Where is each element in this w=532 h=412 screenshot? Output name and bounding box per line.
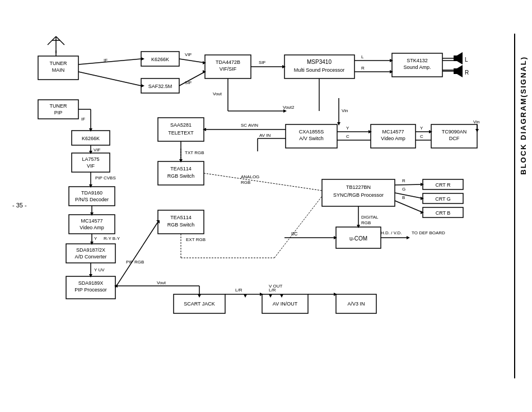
svg-text:L/R: L/R (235, 288, 242, 293)
svg-text:SIF: SIF (259, 60, 266, 65)
svg-text:G: G (402, 187, 405, 192)
block-diagram-svg: TUNER MAIN TUNER PIP K6266K SAF32.5M TDA… (0, 0, 521, 404)
svg-text:TEA5114: TEA5114 (170, 166, 192, 172)
svg-text:SDA9187/2X: SDA9187/2X (76, 247, 105, 253)
svg-text:Video Amp: Video Amp (381, 136, 405, 141)
svg-text:Y: Y (346, 126, 349, 131)
svg-text:VIF/SIF: VIF/SIF (220, 66, 237, 72)
svg-text:SYNC/RGB Processor: SYNC/RGB Processor (333, 192, 384, 198)
svg-text:A/D Converter: A/D Converter (74, 254, 106, 260)
svg-text:SC AVIN: SC AVIN (241, 123, 258, 128)
svg-marker-25 (457, 52, 463, 64)
svg-text:PIP RGB: PIP RGB (126, 260, 144, 265)
svg-line-87 (78, 72, 141, 86)
svg-text:TC9090AN: TC9090AN (442, 129, 467, 135)
svg-text:L: L (465, 57, 468, 63)
svg-text:CRT  R: CRT R (435, 182, 451, 188)
svg-text:C: C (346, 134, 349, 139)
svg-text:SIF: SIF (185, 80, 192, 85)
svg-text:MC14577: MC14577 (81, 218, 102, 224)
svg-text:PIP: PIP (54, 110, 63, 115)
svg-text:K6266K: K6266K (82, 136, 100, 141)
svg-line-184 (115, 222, 158, 288)
svg-line-157 (204, 173, 322, 191)
svg-rect-24 (454, 55, 457, 61)
svg-text:TUNER: TUNER (50, 61, 67, 66)
svg-text:TB1227BN: TB1227BN (346, 184, 371, 190)
svg-text:TO  DEF BOARD: TO DEF BOARD (412, 230, 445, 235)
svg-text:V OUT: V OUT (269, 284, 283, 289)
svg-text:TELETEXT: TELETEXT (168, 130, 194, 136)
svg-text:LA7575: LA7575 (82, 156, 99, 162)
svg-text:DIGITAL: DIGITAL (361, 215, 379, 220)
svg-text:A/V Switch: A/V Switch (299, 136, 324, 141)
svg-text:Video Amp: Video Amp (80, 225, 104, 230)
svg-text:C: C (420, 134, 423, 139)
svg-text:RGB Switch: RGB Switch (167, 173, 195, 179)
svg-text:DCF: DCF (449, 136, 460, 141)
svg-text:Vout: Vout (157, 280, 166, 285)
svg-text:RGB Switch: RGB Switch (167, 222, 195, 228)
svg-line-160 (395, 184, 423, 185)
svg-text:K6266K: K6266K (151, 57, 169, 62)
svg-text:TEA5114: TEA5114 (170, 215, 192, 220)
svg-text:RGB: RGB (361, 220, 371, 225)
svg-text:VIF: VIF (87, 163, 95, 169)
svg-text:R: R (465, 70, 469, 76)
svg-text:MAIN: MAIN (52, 67, 65, 73)
svg-text:VIF: VIF (94, 147, 101, 152)
svg-text:Vout: Vout (213, 91, 222, 96)
page: - 35 - BLOCK DIAGRAM(SIGNAL) TUNER MAIN … (0, 0, 532, 412)
svg-text:Vout2: Vout2 (283, 105, 295, 110)
svg-marker-113 (337, 122, 340, 126)
svg-text:PIP Processor: PIP Processor (74, 287, 106, 293)
svg-marker-177 (407, 236, 410, 239)
svg-marker-195 (244, 294, 247, 298)
side-border (514, 34, 515, 378)
svg-line-166 (395, 201, 423, 212)
svg-text:SDA9189X: SDA9189X (78, 280, 104, 286)
svg-text:IIC: IIC (291, 231, 298, 237)
svg-line-84 (78, 59, 141, 64)
svg-text:AV IN/OUT: AV IN/OUT (273, 301, 298, 307)
svg-text:B: B (402, 195, 405, 200)
svg-line-92 (179, 72, 205, 86)
svg-text:IF: IF (104, 58, 108, 63)
svg-text:R-Y  B-Y: R-Y B-Y (104, 236, 120, 241)
svg-text:Sound Amp.: Sound Amp. (403, 64, 431, 70)
svg-text:CXA1855S: CXA1855S (299, 129, 324, 135)
svg-text:H.D. / V.D.: H.D. / V.D. (381, 230, 402, 235)
svg-text:A/V3 IN: A/V3 IN (347, 301, 365, 307)
svg-text:TXT RGB: TXT RGB (185, 150, 204, 155)
svg-text:P/N/S Decoder: P/N/S Decoder (75, 197, 109, 202)
svg-text:TDA9160: TDA9160 (81, 190, 102, 196)
svg-text:IF: IF (81, 117, 85, 122)
svg-text:TUNER: TUNER (50, 103, 67, 109)
svg-text:CRT  B: CRT B (436, 210, 451, 216)
svg-text:EXT RGB: EXT RGB (186, 237, 206, 242)
svg-text:RGB: RGB (241, 180, 250, 185)
svg-text:Y: Y (420, 126, 423, 131)
svg-text:L: L (361, 54, 364, 59)
svg-line-183 (274, 196, 322, 258)
svg-text:TDA4472B: TDA4472B (216, 59, 240, 65)
svg-line-163 (395, 193, 423, 198)
svg-text:Y       UV: Y UV (94, 267, 105, 272)
svg-text:SAA5281: SAA5281 (170, 122, 192, 128)
svg-marker-29 (457, 65, 463, 77)
svg-text:R: R (402, 178, 405, 183)
svg-text:Vin: Vin (473, 119, 479, 124)
svg-text:SCART JACK: SCART JACK (184, 301, 215, 307)
svg-text:PIP CVBS: PIP CVBS (95, 175, 116, 180)
svg-text:AV IN: AV IN (259, 133, 271, 138)
svg-text:MSP3410: MSP3410 (307, 59, 332, 65)
svg-text:MC14577: MC14577 (382, 129, 404, 135)
svg-text:R: R (361, 66, 365, 71)
svg-text:Y: Y (94, 236, 97, 241)
svg-text:ANALOG: ANALOG (241, 174, 259, 179)
svg-text:u-COM: u-COM (349, 235, 367, 242)
svg-rect-31 (158, 118, 204, 141)
svg-text:Multi Sound Processor: Multi Sound Processor (294, 67, 345, 73)
svg-rect-28 (454, 68, 457, 74)
svg-text:STK4132: STK4132 (407, 58, 428, 63)
